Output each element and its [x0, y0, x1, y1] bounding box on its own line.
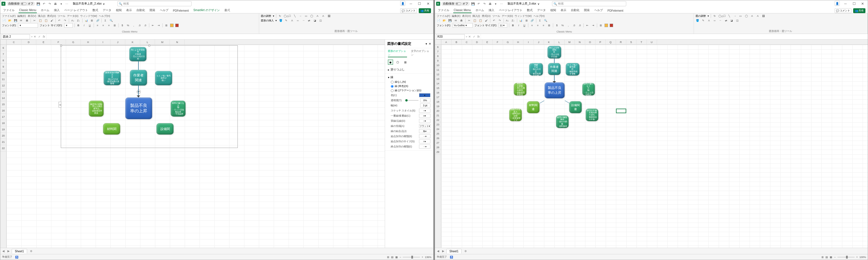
join-dropdown[interactable]: 角▾ — [419, 129, 430, 133]
row-header[interactable]: 11 — [435, 68, 441, 72]
column-header[interactable]: A — [441, 40, 452, 44]
dash-style-icon[interactable]: ┈ — [718, 18, 722, 23]
percent-icon[interactable]: % — [561, 24, 565, 27]
oval-icon[interactable]: ◯ — [744, 14, 748, 18]
sort-asc-icon[interactable]: A↓ — [71, 18, 75, 23]
accessibility-icon[interactable]: ♿ — [15, 256, 18, 259]
print-icon[interactable]: 🖶 — [460, 18, 464, 23]
fx-icon[interactable]: fx — [42, 35, 46, 38]
pane-close-icon[interactable]: ✕ — [429, 42, 431, 45]
menu-window[interactable]: ウィンドウ(W) — [515, 14, 532, 18]
row-header[interactable]: 18 — [0, 120, 6, 126]
section-fill[interactable]: ▸ 塗りつぶし — [388, 67, 430, 72]
shadow-icon[interactable]: ◪ — [313, 18, 317, 23]
new-icon[interactable]: 📄 — [2, 18, 6, 23]
close-button[interactable]: ✕ — [859, 1, 867, 6]
undo-icon[interactable]: ↶ — [477, 2, 480, 6]
comments-button[interactable]: 💬 コメント — [400, 8, 417, 13]
indent-inc-icon[interactable]: ⇥ — [157, 24, 161, 27]
maximize-button[interactable]: ☐ — [850, 1, 858, 6]
underline-icon[interactable]: U — [88, 24, 92, 27]
row-header[interactable]: 7 — [435, 49, 441, 54]
zoom-value[interactable]: 100% — [860, 256, 866, 259]
currency-icon[interactable]: $ — [555, 24, 559, 27]
sheet-nav-next[interactable]: ▶ — [6, 250, 10, 253]
cancel-icon[interactable]: ✕ — [467, 35, 472, 38]
indent-inc-icon[interactable]: ⇥ — [591, 24, 595, 27]
align-right-icon[interactable]: ≡ — [107, 24, 111, 27]
share-button[interactable]: 👥 共有 — [853, 8, 865, 13]
shape-mutual[interactable]: ヒト／他／複号操作が 低い — [155, 71, 172, 85]
color-picker[interactable]: ▾ — [419, 93, 430, 97]
zoom-in-icon[interactable]: + — [422, 256, 423, 259]
view-break-icon[interactable]: ▦ — [395, 256, 398, 259]
column-header[interactable]: Q — [606, 40, 616, 44]
print-icon[interactable]: 🖶 — [25, 18, 29, 23]
tab-automate[interactable]: 自動化 — [136, 7, 146, 13]
redo-icon[interactable]: ↷ — [48, 2, 52, 6]
shape-equipment[interactable]: 設備関 — [156, 123, 174, 135]
select-all-corner[interactable] — [435, 40, 441, 45]
zoom-icon[interactable]: 🔍 — [109, 18, 113, 23]
shape-worker[interactable]: 作業者 関連 — [548, 63, 561, 75]
sheet-nav-next[interactable]: ▶ — [441, 250, 445, 253]
column-header[interactable]: F — [493, 40, 503, 44]
tab-developer[interactable]: 開発 — [149, 7, 156, 13]
clipart-icon[interactable]: 🖼 — [762, 14, 766, 18]
tab-home[interactable]: ホーム — [475, 7, 485, 13]
italic-icon[interactable]: I — [82, 24, 86, 27]
tab-smartart-design[interactable]: SmartArt のデザイン — [193, 7, 220, 13]
autosave-toggle[interactable]: 自動保存 オフ — [441, 1, 470, 6]
rotate-icon[interactable]: ↻ — [713, 14, 717, 18]
column-header[interactable]: M — [565, 40, 575, 44]
textbox-icon[interactable]: A — [315, 14, 319, 18]
shape-supply[interactable]: 供給の不安定さ ・材料品の切替 ・在置管理ミス — [509, 109, 522, 121]
size-tab-icon[interactable]: ⊞ — [403, 60, 408, 65]
copy-icon[interactable]: 📋 — [38, 18, 42, 23]
tab-formulas[interactable]: 数式 — [92, 7, 99, 13]
shape-maint[interactable]: 保守の不備 ・定期点検の遅れ ・簡易部品の不备 — [586, 109, 598, 121]
rect-icon[interactable]: ▭ — [739, 14, 743, 18]
column-header[interactable]: L — [554, 40, 565, 44]
size-dropdown[interactable]: ▾ — [64, 23, 73, 28]
row-header[interactable]: 17 — [435, 95, 441, 100]
search-box[interactable]: 🔍 検索 — [117, 1, 191, 6]
merge-icon[interactable]: ⊞ — [547, 24, 551, 27]
shape-ai[interactable]: AIによる学習効 率 ・見える化の欠如 — [548, 46, 561, 59]
sheet-tab[interactable]: Sheet1 — [12, 249, 27, 254]
account-avatar[interactable]: 👤 — [400, 1, 405, 6]
close-button[interactable]: ✕ — [424, 1, 432, 6]
transparency-slider[interactable] — [405, 100, 418, 101]
column-header[interactable]: I — [524, 40, 534, 44]
view-page-icon[interactable]: ▤ — [391, 256, 394, 259]
column-header[interactable]: P — [595, 40, 606, 44]
decimal-dec-icon[interactable]: .0 — [578, 24, 582, 27]
chart-icon[interactable]: 📊 — [519, 18, 523, 23]
row-header[interactable]: 25 — [435, 132, 441, 136]
cut-icon[interactable]: ✂ — [467, 18, 471, 23]
tab-pdfelement[interactable]: PDFelement — [173, 8, 189, 13]
tab-home[interactable]: ホーム — [40, 7, 50, 13]
radio-gradient-line[interactable]: 線 (グラデーション)(G) — [388, 88, 430, 92]
undo-icon[interactable]: ↶ — [492, 18, 496, 23]
column-header[interactable]: H — [513, 40, 524, 44]
file-state-dropdown[interactable]: ∨ — [537, 2, 539, 5]
end-arrow-type-dropdown[interactable]: →▾ — [419, 145, 430, 149]
search-box[interactable]: 🔍 検索 — [552, 1, 626, 6]
line-icon[interactable]: ╲ — [727, 14, 731, 18]
underline-icon[interactable]: U — [522, 24, 526, 27]
align-left-icon[interactable]: ≡ — [96, 24, 100, 27]
dash-dropdown[interactable]: ─▾ — [419, 119, 430, 123]
column-header[interactable]: B — [452, 40, 462, 44]
row-header[interactable]: 15 — [435, 86, 441, 90]
shape-matdef[interactable]: 材料の偏りなく 欠 陥 ・ロット品位配比 — [582, 83, 595, 96]
row-header[interactable]: 24 — [435, 127, 441, 132]
pane-dropdown-icon[interactable]: ▾ — [426, 42, 427, 45]
menu-help[interactable]: ヘルプ(H) — [99, 14, 110, 18]
font-color-icon[interactable]: A — [290, 18, 294, 23]
fill-color-icon[interactable] — [170, 24, 174, 27]
row-header[interactable]: 12 — [435, 72, 441, 77]
tab-page-layout[interactable]: ページ レイアウト — [64, 7, 89, 13]
qat-overflow-icon[interactable]: ⋯ — [499, 2, 503, 6]
line-style-icon[interactable]: ═ — [713, 18, 717, 23]
